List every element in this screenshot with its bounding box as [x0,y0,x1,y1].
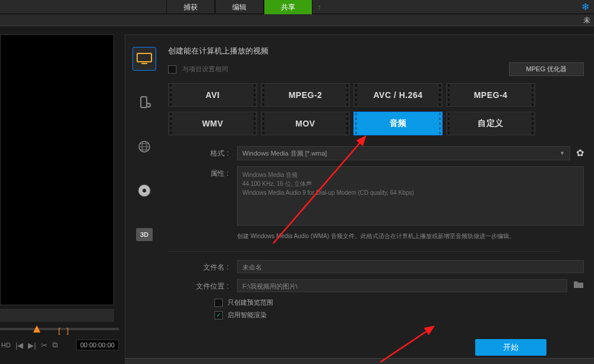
chevron-down-icon: ▼ [560,150,565,156]
disc-output-icon[interactable] [132,179,156,202]
settings-gear-icon[interactable]: ❄ [582,1,589,12]
mark-in-icon[interactable]: [ [58,326,61,335]
format-mov[interactable]: MOV [261,112,350,135]
computer-output-icon[interactable] [132,47,156,71]
preview-area [0,34,114,305]
smart-render-label: 启用智能渲染 [228,311,267,319]
format-grid: AVI MPEG-2 AVC / H.264 MPEG-4 WMV MOV 音频… [168,83,584,135]
content-area: 创建能在计算机上播放的视频 与项目设置相同 MPEG 优化器 AVI MPEG-… [168,46,584,323]
hd-label: HD [0,341,11,349]
panel-title: 创建能在计算机上播放的视频 [168,46,584,56]
filepath-input[interactable]: F:\我视频用的图片\ [237,279,567,292]
format-avi[interactable]: AVI [168,83,257,107]
format-mpeg4[interactable]: MPEG-4 [446,83,535,107]
svg-rect-3 [141,97,147,107]
format-description: 创建 Windows Media Audio (WMA) 音频文件。此格式适合在… [237,232,540,240]
mark-out-icon[interactable]: ] [67,326,69,335]
svg-point-11 [143,189,146,192]
player-controls: HD |◀ ▶| ✂ ⧉ 00:00:00:00 [0,337,119,353]
filename-input[interactable]: 未命名 [237,260,584,273]
bottom-strip [125,358,594,364]
3d-output-icon[interactable]: 3D [132,223,156,246]
attr-line-3: Windows Media Audio 9 for Dial-up Modem … [242,188,579,197]
svg-rect-1 [137,53,151,62]
timeline-bar [0,309,114,322]
format-custom[interactable]: 自定义 [446,112,535,135]
prev-frame-icon[interactable]: |◀ [15,341,23,350]
attributes-box: Windows Media 音频 44.100 KHz, 16 位, 立体声 W… [237,166,584,226]
sub-bar-right: 未 [583,16,590,24]
format-settings-icon[interactable]: ✿ [576,146,584,159]
filepath-label: 文件位置 : [168,279,237,292]
format-audio[interactable]: 音频 [353,112,443,135]
output-category-icons: 3D [130,47,159,246]
separator [168,251,560,252]
web-output-icon[interactable] [132,135,156,159]
smart-render-checkbox[interactable] [214,311,223,319]
svg-point-4 [147,103,150,107]
format-label: 格式 : [168,146,237,159]
scrub-track[interactable]: [ ] [0,328,119,330]
scrub-bar[interactable]: [ ] [0,323,119,335]
format-avc[interactable]: AVC / H.264 [353,83,443,107]
preview-range-checkbox[interactable] [214,299,223,307]
timecode[interactable]: 00:00:00:00 [76,340,119,350]
same-as-project-checkbox[interactable] [168,65,176,74]
cut-icon[interactable]: ✂ [41,341,48,350]
browse-folder-icon[interactable] [573,279,584,291]
start-button[interactable]: 开始 [475,339,546,356]
upload-arrow-icon[interactable]: ↑ [312,0,327,14]
tab-capture[interactable]: 捕获 [166,0,215,14]
format-wmv[interactable]: WMV [168,112,257,135]
same-as-project-label: 与项目设置相同 [182,65,503,74]
tab-share[interactable]: 共享 [264,0,312,14]
format-combo[interactable]: Windows Media 音频 [*.wma] ▼ [237,146,570,160]
format-mpeg2[interactable]: MPEG-2 [261,83,350,107]
attr-line-1: Windows Media 音频 [242,170,579,179]
next-frame-icon[interactable]: ▶| [28,341,36,350]
mpeg-optimizer-button[interactable]: MPEG 优化器 [509,62,584,76]
scrub-handle-icon[interactable] [33,325,40,333]
share-panel: 3D 创建能在计算机上播放的视频 与项目设置相同 MPEG 优化器 AVI MP… [125,34,594,364]
preview-range-label: 只创建预览范围 [228,298,273,307]
sub-bar: 未 [0,14,594,26]
mobile-output-icon[interactable] [132,91,156,115]
svg-marker-0 [33,325,40,333]
format-combo-value: Windows Media 音频 [*.wma] [242,149,327,158]
filename-label: 文件名 : [168,260,237,273]
attr-line-2: 44.100 KHz, 16 位, 立体声 [242,179,579,188]
svg-rect-2 [141,63,147,64]
tab-edit[interactable]: 编辑 [215,0,264,14]
attr-label: 属性 : [168,166,237,179]
snapshot-icon[interactable]: ⧉ [52,340,58,350]
top-tabs: 捕获 编辑 共享 ↑ ❄ [0,0,594,14]
svg-text:3D: 3D [140,231,148,238]
